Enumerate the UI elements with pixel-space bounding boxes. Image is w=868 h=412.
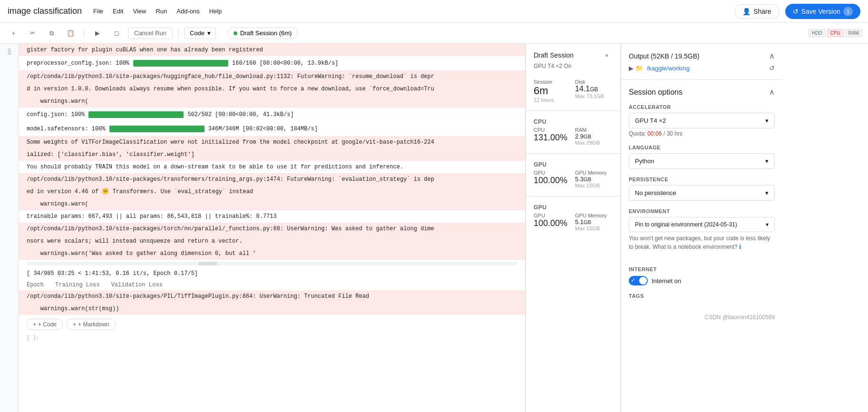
progress-bar-1	[133, 60, 228, 67]
hdd-badge: HDD	[809, 29, 826, 37]
toggle-thumb	[639, 277, 647, 284]
folder-row[interactable]: ▶ 📁 /kaggle/working ↺	[629, 64, 775, 72]
menu-run[interactable]: Run	[152, 6, 171, 17]
progress-bar-3	[109, 126, 205, 132]
copy-button[interactable]: ⧉	[44, 26, 59, 41]
output-collapse-button[interactable]: ∧	[769, 51, 775, 60]
progress-bar-container-2	[88, 111, 184, 118]
gpu1-section-title: GPU	[526, 157, 620, 170]
page-title: image classification	[8, 6, 82, 16]
gather-warning-2: nsors were scalars; will instead unsquee…	[19, 235, 525, 247]
menu-help[interactable]: Help	[205, 6, 226, 17]
session-panel: Draft Session × GPU T4 ×2 On Session 6m …	[526, 44, 621, 412]
output-section-header: Output (52KB / 19.5GB) ∧	[629, 51, 775, 60]
session-indicator[interactable]: Draft Session (6m)	[227, 27, 298, 39]
internet-label: INTERNET	[629, 266, 775, 272]
refresh-icon[interactable]: ↺	[769, 64, 775, 72]
menu-view[interactable]: View	[129, 6, 150, 17]
warning-line-3: warnings.warn(	[19, 95, 525, 108]
session-options-section: Session options ∧ ACCELERATOR GPU T4 ×2 …	[621, 80, 782, 266]
language-label: LANGUAGE	[629, 145, 775, 150]
watermark: CSDN @liaomin416100569	[621, 310, 782, 324]
menu-file[interactable]: File	[89, 6, 107, 17]
progress-bar-2	[88, 111, 184, 118]
menu-edit[interactable]: Edit	[109, 6, 127, 17]
gather-warning-1: /opt/conda/lib/python3.10/site-packages/…	[19, 223, 525, 235]
persistence-label: PERSISTENCE	[629, 177, 775, 182]
gpu1-mem-block: GPU Memory 5.3GB Max 15GB	[575, 170, 613, 188]
tags-label: TAGS	[629, 293, 775, 299]
add-cell-toolbar-button[interactable]: ＋	[6, 26, 21, 41]
progress-indicator: [ 34/985 03:25 < 1:41:53, 0.16 it/s, Epo…	[19, 267, 525, 280]
folder-path: /kaggle/working	[647, 65, 690, 72]
session-opts-collapse-button[interactable]: ∧	[769, 88, 775, 97]
gpu1-pct-block: GPU 100.00%	[534, 170, 571, 188]
save-version-button[interactable]: ↺ Save Version 1	[785, 4, 861, 19]
tor-label: tor	[7, 48, 12, 55]
add-code-button[interactable]: + + Code	[27, 319, 63, 330]
env-info-link[interactable]: ℹ	[739, 244, 741, 250]
add-markdown-button[interactable]: + + Markdown	[67, 319, 116, 330]
accelerator-select[interactable]: GPU T4 ×2 ▾	[629, 113, 775, 128]
session-time-stat: Session 6m 12 hours	[534, 79, 571, 103]
plus-icon-markdown: +	[73, 321, 76, 328]
pil-warning-2: warnings.warn(str(msg))	[19, 303, 525, 315]
empty-cell[interactable]	[19, 342, 525, 361]
gpu1-meter-row: GPU 100.00% GPU Memory 5.3GB Max 15GB	[526, 170, 620, 192]
output-section: Output (52KB / 19.5GB) ∧ ▶ 📁 /kaggle/wor…	[621, 44, 782, 80]
progress-row-1: preprocessor_config.json: 100% 160/160 […	[19, 56, 525, 70]
check-icon: ✓	[631, 277, 635, 284]
dropdown-arrow-icon: ▾	[207, 29, 211, 37]
eval-warning-3: warnings.warn(	[19, 198, 525, 210]
environment-label: ENVIRONMENT	[629, 208, 775, 214]
quota-text: Quota: 00:06 / 30 hrs	[629, 130, 775, 137]
scroll-area[interactable]	[27, 262, 517, 265]
weights-warning-2: ialized: ['classifier.bias', 'classifier…	[19, 148, 525, 161]
internet-section: INTERNET ✓ Internet on	[621, 266, 782, 285]
internet-toggle-row: ✓ Internet on	[629, 276, 775, 285]
add-cell-buttons: + + Code + + Markdown	[19, 315, 525, 334]
stop-button[interactable]: ◻	[109, 26, 124, 41]
pil-warning-1: /opt/conda/lib/python3.10/site-packages/…	[19, 290, 525, 303]
cell-output-label: [ ]:	[19, 334, 525, 342]
session-panel-subtitle: GPU T4 ×2 On	[526, 63, 620, 75]
session-panel-close-button[interactable]: ×	[601, 49, 613, 61]
session-stats-grid: Session 6m 12 hours Disk 14.1GB Max 73.1…	[526, 75, 620, 107]
language-field-group: LANGUAGE Python ▾	[629, 145, 775, 169]
ram-block: RAM 2.9GB Max 29GB	[575, 127, 613, 146]
epoch-header: Epoch Training Loss Validation Loss	[19, 280, 525, 290]
top-bar: image classification File Edit View Run …	[0, 0, 868, 23]
divider-2	[526, 153, 620, 154]
trainable-params: trainable params: 667,493 || all params:…	[19, 210, 525, 223]
chevron-down-icon-lang: ▾	[765, 157, 769, 165]
environment-select[interactable]: Pin to original environment (2024-05-31)…	[629, 217, 775, 232]
cut-button[interactable]: ✂	[25, 26, 40, 41]
persistence-field-group: PERSISTENCE No persistence ▾	[629, 177, 775, 201]
run-button[interactable]: ▶	[90, 26, 105, 41]
gpu2-meter-row: GPU 100.00% GPU Memory 5.1GB Max 15GB	[526, 213, 620, 235]
menu-addons[interactable]: Add-ons	[173, 6, 203, 17]
environment-field-group: ENVIRONMENT Pin to original environment …	[629, 208, 775, 251]
eval-warning-2: ed in version 4.46 of 🤗 Transformers. Us…	[19, 186, 525, 198]
train-warning: You should probably TRAIN this model on …	[19, 161, 525, 173]
cancel-run-button[interactable]: Cancel Run	[128, 27, 173, 39]
person-icon: 👤	[742, 8, 751, 15]
share-button[interactable]: 👤 Share	[734, 4, 779, 19]
ram-badge: RAM	[845, 29, 862, 37]
language-select[interactable]: Python ▾	[629, 153, 775, 169]
notebook-area[interactable]: gister factory for plugin cuBLAS when on…	[19, 44, 526, 412]
internet-toggle[interactable]: ✓	[629, 276, 648, 285]
gpu2-pct-block: GPU 100.00%	[534, 213, 571, 231]
version-badge: 1	[843, 7, 853, 16]
code-type-dropdown[interactable]: Code ▾	[185, 27, 216, 39]
save-icon: ↺	[793, 8, 799, 15]
accelerator-label: ACCELERATOR	[629, 104, 775, 110]
right-panel: Output (52KB / 19.5GB) ∧ ▶ 📁 /kaggle/wor…	[621, 44, 782, 412]
tags-section: TAGS	[621, 285, 782, 310]
progress-row-3: model.safetensors: 100% 346M/346M [00:02…	[19, 122, 525, 136]
divider-1	[526, 110, 620, 111]
cpu-badge: CPU	[827, 29, 844, 37]
toolbar-separator-1	[84, 29, 84, 38]
paste-button[interactable]: 📋	[63, 26, 78, 41]
persistence-select[interactable]: No persistence ▾	[629, 185, 775, 201]
